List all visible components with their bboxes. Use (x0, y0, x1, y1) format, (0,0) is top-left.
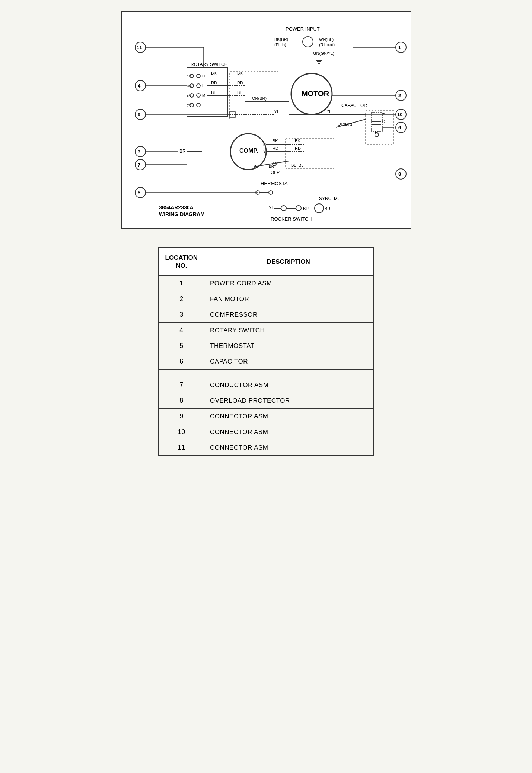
location-number: 8 (159, 393, 204, 409)
table-row: 6CAPACITOR (159, 354, 373, 370)
bl-label1: BL (211, 90, 216, 95)
description-text: CONDUCTOR ASM (204, 377, 373, 393)
sync-m-label: SYNC. M. (319, 196, 339, 201)
wiring-diagram: 3854AR2330A WIRING DIAGRAM POWER INPUT B… (121, 11, 411, 229)
table-row: 11CONNECTOR ASM (159, 440, 373, 456)
description-text: CONNECTOR ASM (204, 409, 373, 424)
rocker-switch-label: ROCKER SWITCH (271, 216, 312, 221)
diagram-svg: 3854AR2330A WIRING DIAGRAM POWER INPUT B… (129, 19, 412, 221)
wh-bl-label: WH(BL) (319, 37, 334, 42)
location-number: 3 (159, 307, 204, 323)
num-5: 5 (138, 190, 140, 196)
description-text: CAPACITOR (204, 354, 373, 370)
num-7: 7 (138, 162, 140, 168)
table-row: 7CONDUCTOR ASM (159, 377, 373, 393)
rd-label1: RD (211, 80, 217, 85)
svg-point-14 (197, 94, 200, 97)
num-11: 11 (137, 45, 142, 50)
table-row: 1POWER CORD ASM (159, 276, 373, 291)
location-number: 1 (159, 276, 204, 291)
sw-h: H (202, 74, 205, 78)
bl-comp2: BL (299, 163, 303, 167)
location-number: 5 (159, 338, 204, 354)
description-text: COMPRESSOR (204, 307, 373, 323)
description-text: CONNECTOR ASM (204, 440, 373, 456)
table-row: 4ROTARY SWITCH (159, 323, 373, 338)
description-text: ROTARY SWITCH (204, 323, 373, 338)
capacitor-label: CAPACITOR (341, 103, 367, 108)
svg-point-48 (296, 206, 301, 211)
sw-56: 5 6 (187, 94, 192, 98)
sw-34: 3 4 (187, 84, 192, 88)
table-row: 2FAN MOTOR (159, 291, 373, 307)
location-number: 6 (159, 354, 204, 370)
comp-r: R (263, 143, 266, 147)
bk-comp: BK (273, 139, 278, 143)
location-number: 10 (159, 424, 204, 440)
svg-point-49 (315, 204, 324, 213)
location-number: 9 (159, 409, 204, 424)
num-8: 8 (398, 171, 401, 177)
svg-point-45 (269, 191, 273, 194)
sw-l: L (202, 84, 204, 88)
bl-comp: BL (291, 163, 296, 167)
br-sync2: BR (325, 206, 330, 211)
col-location-header: LOCATIONNO. (159, 248, 204, 276)
comp-label: COMP. (239, 148, 258, 154)
orbr-label: OR(BR) (252, 96, 267, 101)
bk-label1: BK (211, 71, 217, 75)
cap-c: C (382, 120, 385, 124)
col-description-header: DESCRIPTION (204, 248, 373, 276)
num-2: 2 (398, 93, 401, 98)
comp-s: S (263, 149, 266, 153)
rd-comp2: RD (295, 146, 301, 151)
description-text: FAN MOTOR (204, 291, 373, 307)
num-4: 4 (138, 83, 141, 89)
location-number: 4 (159, 323, 204, 338)
sw-12: 1 2 (187, 75, 192, 78)
sw-78: 7 8 (187, 104, 192, 107)
rd-motor: RD (237, 80, 243, 85)
description-text: CONNECTOR ASM (204, 424, 373, 440)
thermostat-label: THERMOSTAT (258, 181, 290, 186)
table-row: 5THERMOSTAT (159, 338, 373, 354)
location-number: 7 (159, 377, 204, 393)
table-row: 9CONNECTOR ASM (159, 409, 373, 424)
olp-label: OLP (271, 170, 280, 175)
svg-point-47 (281, 206, 286, 211)
table-row: 3COMPRESSOR (159, 307, 373, 323)
table-row: 8OVERLOAD PROTECTOR (159, 393, 373, 409)
num-9: 9 (138, 112, 140, 117)
yl-label1: YL (274, 110, 279, 114)
bl-motor: BL (237, 90, 242, 95)
ribbed-label: (Ribbed) (319, 42, 335, 47)
sw-m: M (202, 94, 205, 98)
rotary-switch-label: ROTARY SWITCH (191, 62, 227, 67)
svg-point-8 (197, 74, 200, 78)
bk-motor: BK (237, 71, 243, 75)
svg-point-11 (197, 84, 200, 88)
br-circ: BR (269, 164, 274, 168)
br-sync1: BR (303, 206, 309, 211)
parts-table: LOCATIONNO. DESCRIPTION 1POWER CORD ASM2… (158, 247, 374, 456)
comp-c: C (254, 165, 257, 169)
yl-cap: YL (326, 109, 331, 114)
svg-point-0 (303, 37, 313, 47)
model-number: 3854AR2330A (159, 205, 194, 210)
location-number: 11 (159, 440, 204, 456)
wiring-diagram-label: WIRING DIAGRAM (159, 211, 205, 217)
br-label: BR (179, 149, 186, 154)
num-10: 10 (397, 112, 402, 117)
description-text: THERMOSTAT (204, 338, 373, 354)
num-6: 6 (398, 125, 401, 130)
gn-label: --- GN(GN/YL) (308, 51, 334, 56)
yl-sync: YL (269, 206, 274, 210)
orbr-cap: OR(BR) (338, 122, 352, 126)
svg-point-17 (197, 103, 200, 107)
plain-label: (Plain) (274, 42, 286, 47)
location-number: 2 (159, 291, 204, 307)
cap-f: F (382, 113, 385, 117)
table-row: 10CONNECTOR ASM (159, 424, 373, 440)
bk-br-label: BK(BR) (274, 37, 288, 42)
bk-comp2: BK (295, 139, 300, 143)
